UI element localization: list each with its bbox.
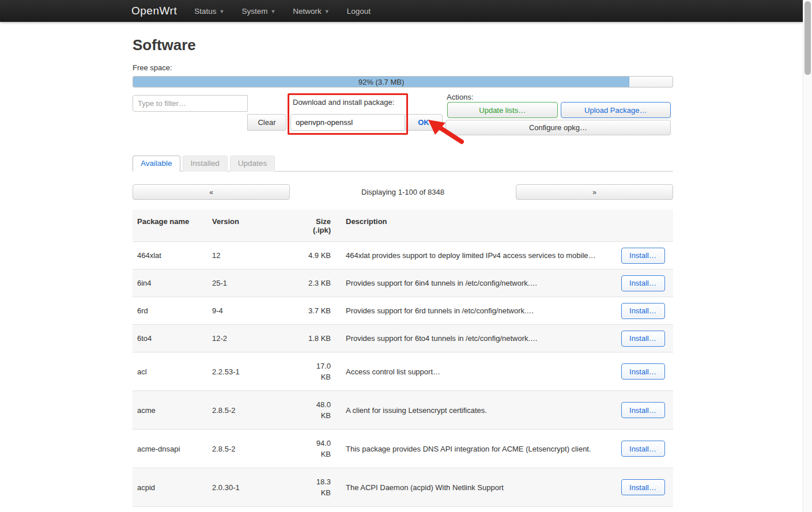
package-size-cell: 3.7 KB	[301, 297, 335, 325]
package-version-cell: 12	[207, 242, 301, 270]
free-space-label: Free space:	[133, 63, 673, 72]
package-name-cell: 464xlat	[133, 242, 207, 270]
table-row: 6rd 9-4 3.7 KB Provides support for 6rd …	[133, 297, 673, 325]
package-description-cell: Provides support for 6to4 tunnels in /et…	[335, 325, 613, 352]
package-name-cell: adb	[133, 507, 207, 512]
clear-filter-button[interactable]: Clear	[247, 114, 286, 131]
nav-item-label: System	[241, 7, 267, 16]
install-button[interactable]: Install…	[621, 275, 665, 291]
package-size-cell: 48.0 KB	[301, 391, 335, 430]
package-version-cell: 2.8.5-2	[207, 391, 301, 430]
package-name-cell: 6rd	[133, 297, 207, 325]
package-description-cell: Access control list support…	[335, 352, 613, 391]
package-size-cell: 48.9 KB	[301, 507, 335, 512]
table-row: 6in4 25-1 2.3 KB Provides support for 6i…	[133, 270, 673, 297]
table-row: 464xlat 12 4.9 KB 464xlat provides suppo…	[133, 242, 673, 270]
package-description-cell: Provides support for 6in4 tunnels in /et…	[335, 270, 613, 297]
package-version-cell: 2.2.53-1	[207, 352, 301, 391]
package-description-cell: A client for issuing Letsencrypt certifi…	[335, 391, 613, 430]
free-space-value: 92% (3.7 MB)	[133, 77, 629, 87]
package-size-cell: 18.3 KB	[301, 468, 335, 507]
install-button[interactable]: Install…	[621, 402, 665, 418]
package-description-cell: Android Debug Bridge (adb) is a versatil…	[335, 507, 613, 512]
pagination-status: Displaying 1-100 of 8348	[290, 188, 516, 196]
next-page-button[interactable]: »	[516, 184, 673, 200]
actions-label: Actions:	[447, 93, 473, 101]
header-version: Version	[207, 210, 301, 242]
upload-package-button[interactable]: Upload Package…	[561, 102, 671, 118]
tab-bar: Available Installed Updates	[133, 156, 673, 172]
header-package-name: Package name	[133, 210, 207, 242]
install-button[interactable]: Install…	[621, 479, 665, 495]
nav-item-network[interactable]: Network ▼	[293, 7, 329, 16]
configure-opkg-button[interactable]: Configure opkg…	[445, 120, 671, 135]
controls-row: Filter: Clear Download and install packa…	[133, 95, 673, 145]
filter-input[interactable]	[133, 95, 248, 112]
download-package-label: Download and install package:	[293, 98, 394, 107]
nav-item-label: Network	[293, 7, 322, 16]
caret-down-icon: ▼	[324, 9, 330, 14]
tab-updates[interactable]: Updates	[230, 156, 275, 172]
package-size-cell: 17.0 KB	[301, 352, 335, 391]
software-page: Software Free space: 92% (3.7 MB) Filter…	[133, 36, 673, 512]
install-button[interactable]: Install…	[621, 331, 665, 347]
table-row: acpid 2.0.30-1 18.3 KB The ACPI Daemon (…	[133, 468, 673, 507]
package-description-cell: Provides support for 6rd tunnels in /etc…	[335, 297, 613, 325]
package-size-cell: 2.3 KB	[301, 270, 335, 297]
pagination: « Displaying 1-100 of 8348 »	[133, 184, 673, 200]
install-button[interactable]: Install…	[621, 303, 665, 319]
actions-row: Update lists… Upload Package…	[447, 102, 671, 118]
header-size: Size (.ipk)	[301, 210, 335, 242]
scrollbar-thumb[interactable]	[805, 1, 811, 75]
caret-down-icon: ▼	[219, 9, 224, 14]
package-name-cell: acme-dnsapi	[133, 430, 207, 468]
nav-item-logout[interactable]: Logout	[347, 7, 371, 16]
update-lists-button[interactable]: Update lists…	[447, 102, 558, 118]
scrollbar[interactable]	[803, 0, 812, 512]
package-description-cell: This package provides DNS API integratio…	[335, 430, 613, 468]
install-button[interactable]: Install…	[621, 363, 665, 380]
package-description-cell: The ACPI Daemon (acpid) With Netlink Sup…	[335, 468, 613, 507]
package-table-body: 464xlat 12 4.9 KB 464xlat provides suppo…	[133, 242, 673, 512]
package-table: Package name Version Size (.ipk) Descrip…	[133, 210, 673, 512]
table-header: Package name Version Size (.ipk) Descrip…	[133, 210, 673, 242]
ok-button[interactable]: OK	[405, 114, 443, 131]
nav-item-label: Logout	[347, 7, 371, 16]
header-actions	[613, 210, 673, 242]
tab-installed[interactable]: Installed	[183, 156, 228, 172]
install-button[interactable]: Install…	[621, 248, 665, 264]
nav-item-system[interactable]: System ▼	[241, 7, 275, 16]
openwrt-logo[interactable]: OpenWrt	[131, 5, 177, 17]
free-space-progressbar: 92% (3.7 MB)	[133, 76, 673, 88]
package-name-cell: 6in4	[133, 270, 207, 297]
table-row: acme 2.8.5-2 48.0 KB A client for issuin…	[133, 391, 673, 430]
nav-item-label: Status	[194, 7, 216, 16]
package-version-cell: 9-4	[207, 297, 301, 325]
package-version-cell: 2.0.30-1	[207, 468, 301, 507]
package-name-cell: 6to4	[133, 325, 207, 352]
package-size-cell: 94.0 KB	[301, 430, 335, 468]
prev-page-button[interactable]: «	[133, 184, 290, 200]
table-row: acl 2.2.53-1 17.0 KB Access control list…	[133, 352, 673, 391]
package-version-cell: 12-2	[207, 325, 301, 352]
install-button[interactable]: Install…	[621, 441, 665, 457]
package-size-cell: 1.8 KB	[301, 325, 335, 352]
package-version-cell: 2.8.5-2	[207, 430, 301, 468]
package-name-cell: acme	[133, 391, 207, 430]
tab-available[interactable]: Available	[133, 156, 180, 172]
package-name-cell: acl	[133, 352, 207, 391]
package-description-cell: 464xlat provides support to deploy limit…	[335, 242, 613, 270]
package-name-cell: acpid	[133, 468, 207, 507]
package-size-cell: 4.9 KB	[301, 242, 335, 270]
package-version-cell: 25-1	[207, 270, 301, 297]
page-title: Software	[133, 36, 673, 54]
caret-down-icon: ▼	[270, 9, 275, 14]
header-description: Description	[335, 210, 613, 242]
package-version-cell: android.5.0.2_r1-3	[207, 507, 301, 512]
actions-row-2: Configure opkg…	[445, 120, 671, 135]
nav-item-status[interactable]: Status ▼	[194, 7, 224, 16]
table-row: adb android.5.0.2_r1-3 48.9 KB Android D…	[133, 507, 673, 512]
download-package-input[interactable]	[290, 114, 406, 131]
table-row: 6to4 12-2 1.8 KB Provides support for 6t…	[133, 325, 673, 352]
top-navbar: OpenWrt Status ▼ System ▼ Network ▼ Logo…	[0, 0, 803, 22]
